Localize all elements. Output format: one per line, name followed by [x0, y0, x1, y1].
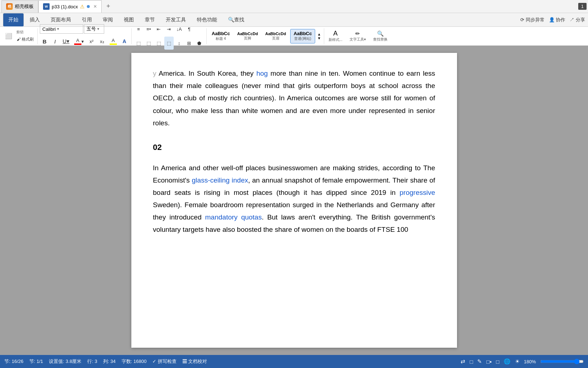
font-color-icon: A [76, 38, 80, 43]
new-style-button[interactable]: A 新样式... [326, 29, 345, 43]
status-spell-check[interactable]: ✓ 拼写检查 [152, 358, 177, 365]
font-size-dropdown-arrow: ▼ [97, 27, 100, 31]
font-group: Calibri ▼ 五号 ▼ B I U▾ A ▾ x² [40, 28, 132, 44]
format-brush-icon: 🖌 格式刷 [17, 37, 34, 42]
cut-button[interactable]: 剪切 [15, 29, 35, 35]
top-partial-text: y [153, 70, 157, 77]
style-normal-web-preview: AaBbCc [293, 31, 312, 36]
link-progressive[interactable]: progressive [399, 189, 435, 196]
style-normal-web-label: 普通(网站) [294, 36, 311, 41]
status-icon-print[interactable]: □▪ [486, 359, 491, 365]
status-section[interactable]: 节: 1/1 [29, 358, 43, 365]
text-effect-button[interactable]: A [120, 35, 129, 48]
sync-tool[interactable]: ⟳ 同步异常 [520, 17, 545, 23]
list-ordered-button[interactable]: ≡• [144, 22, 153, 35]
find-replace-button[interactable]: 🔍 查找替换 [370, 29, 390, 43]
shading-button[interactable]: ⬟ [195, 37, 204, 50]
font-color-button[interactable]: A ▾ [72, 35, 86, 48]
style-heading4[interactable]: AaBbCc 标题 4 [209, 29, 233, 43]
document-container: y America. In South Korea, they hog more… [0, 46, 588, 355]
style-heading4-preview: AaBbCc [212, 31, 230, 36]
app-tab-label: 稻壳模板 [15, 3, 34, 10]
subscript-button[interactable]: x₂ [97, 35, 107, 48]
zoom-level: 180% [524, 359, 536, 364]
style-footer[interactable]: AaBbCcDd 页脚 [234, 29, 261, 43]
bold-button[interactable]: B [40, 35, 49, 48]
link-glass-ceiling[interactable]: glass-ceiling index [192, 176, 248, 184]
underline-button[interactable]: U▾ [61, 35, 71, 48]
paragraph-top-partial: y America. In South Korea, they hog more… [153, 67, 435, 129]
list-group: ≡ ≡• ⇤ ⇥ ↓A ¶ ⬚ ⬚ ⬚ ⬚ ↕ ⊞ ⬟ [134, 28, 207, 44]
font-name-value: Calibri [42, 26, 56, 32]
text-highlight-button[interactable]: A [108, 35, 119, 48]
line-spacing-button[interactable]: ↕ [174, 37, 184, 50]
list-unordered-button[interactable]: ≡ [134, 22, 143, 35]
status-doc-check[interactable]: ☰ 文档校对 [182, 358, 207, 365]
format-brush-button[interactable]: 🖌 格式刷 [15, 36, 35, 43]
style-footer-label: 页脚 [244, 36, 251, 41]
increase-indent-button[interactable]: ⇥ [164, 22, 174, 35]
style-footer-preview: AaBbCcDd [237, 32, 258, 36]
border-button[interactable]: ⊞ [185, 37, 194, 50]
doc-tab[interactable]: W p33 (1).docx ⚠ ✕ [38, 0, 102, 13]
tab-warning-icon: ⚠ [80, 4, 85, 9]
sort-button[interactable]: ↓A [174, 22, 184, 35]
format-row: B I U▾ A ▾ x² x₂ A A [40, 35, 129, 48]
status-bar: 节: 16/26 节: 1/1 设置值: 3.8厘米 行: 3 列: 34 字数… [0, 355, 588, 368]
align-center-button[interactable]: ⬚ [144, 37, 153, 50]
status-row[interactable]: 行: 3 [87, 358, 97, 365]
app-icon: 稻 [6, 3, 13, 10]
text-effect-icon: A [123, 38, 126, 44]
styles-scroll[interactable]: ▲ ▼ [317, 32, 321, 40]
status-icon-view1[interactable]: ⇄ [461, 358, 465, 365]
style-header[interactable]: AaBbCcDd 页眉 [262, 29, 289, 43]
italic-button[interactable]: I [50, 35, 60, 48]
align-left-button[interactable]: ⬚ [134, 37, 143, 50]
paragraph-02[interactable]: In America and other well-off places bus… [153, 162, 435, 236]
style-normal-web[interactable]: AaBbCc 普通(网站) [290, 29, 315, 43]
status-right-tools: ⇄ □ ✎ □▪ □ 🌐 ☀ 180% [461, 358, 584, 365]
new-style-icon: A [333, 30, 338, 37]
font-name-dropdown-arrow: ▼ [56, 27, 60, 31]
app-tab[interactable]: 稻 稻壳模板 [1, 0, 38, 13]
tab-start[interactable]: 开始 [3, 13, 24, 27]
status-col[interactable]: 列: 34 [103, 358, 116, 365]
tab-close-button[interactable]: ✕ [93, 4, 97, 9]
new-tab-button[interactable]: + [103, 1, 113, 12]
status-icon-edit[interactable]: ✎ [477, 358, 482, 365]
collab-tool[interactable]: 👤 协作 [549, 17, 566, 23]
tab-dot [87, 5, 90, 8]
status-icon-web[interactable]: 🌐 [504, 358, 511, 365]
paragraph-mark-button[interactable]: ¶ [185, 22, 194, 35]
link-hog[interactable]: hog [256, 70, 268, 77]
status-icon-read[interactable]: □ [496, 359, 499, 365]
ribbon-right-tools: ⟳ 同步异常 👤 协作 ↗ 分享 [520, 17, 585, 23]
text-tool-button[interactable]: ✏ 文字工具▾ [347, 29, 369, 43]
status-position[interactable]: 设置值: 3.8厘米 [49, 358, 81, 365]
tab-search[interactable]: 🔍查找 [223, 13, 249, 27]
new-style-label: 新样式... [329, 37, 342, 42]
align-right-button[interactable]: ⬚ [154, 37, 164, 50]
document-page[interactable]: y America. In South Korea, they hog more… [131, 53, 457, 348]
status-page[interactable]: 节: 16/26 [4, 358, 24, 365]
decrease-indent-button[interactable]: ⇤ [154, 22, 164, 35]
align-justify-button[interactable]: ⬚ [164, 37, 174, 50]
font-size-selector[interactable]: 五号 ▼ [84, 24, 104, 34]
highlight-color-bar [110, 43, 117, 45]
title-bar: 稻 稻壳模板 W p33 (1).docx ⚠ ✕ + 1 [0, 0, 588, 13]
status-icon-sun[interactable]: ☀ [515, 358, 520, 365]
highlight-icon: A [112, 38, 115, 43]
status-icon-view2[interactable]: □ [470, 359, 473, 365]
zoom-slider[interactable] [540, 359, 584, 364]
clipboard-group: ⬜ 剪切 🖌 格式刷 [3, 28, 38, 44]
paste-button[interactable]: ⬜ [3, 29, 14, 43]
find-icon: 🔍 [377, 30, 384, 37]
font-name-selector[interactable]: Calibri ▼ [40, 24, 83, 34]
link-mandatory-quotas[interactable]: mandatory quotas [205, 213, 262, 221]
text-tool-icon: ✏ [355, 30, 360, 37]
font-size-value: 五号 [86, 26, 96, 32]
style-header-preview: AaBbCcDd [265, 32, 286, 36]
status-word-count[interactable]: 字数: 16800 [122, 358, 147, 365]
superscript-button[interactable]: x² [87, 35, 96, 48]
share-tool[interactable]: ↗ 分享 [570, 17, 585, 23]
